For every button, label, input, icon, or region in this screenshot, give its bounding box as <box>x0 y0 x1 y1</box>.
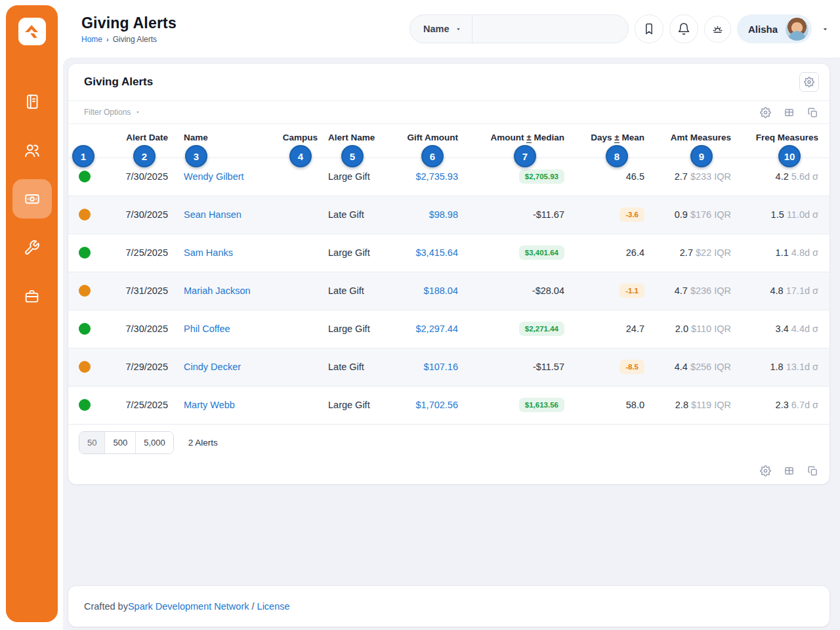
alert-date-cell: 7/31/2025 <box>100 272 173 310</box>
book-icon <box>24 93 41 110</box>
theme-toggle-button[interactable] <box>704 16 731 43</box>
notifications-button[interactable] <box>669 14 698 43</box>
search-filter-label: Name <box>423 24 450 34</box>
amount-vs-median-badge: $1,613.56 <box>519 398 564 412</box>
days-vs-mean-badge: -1.1 <box>620 284 644 298</box>
grid-toolbar-icons <box>760 107 818 118</box>
person-link[interactable]: Marty Webb <box>184 400 235 410</box>
footer-crafted-by: Crafted by <box>84 601 128 612</box>
freq-measures-cell: 1.5 11.0d σ <box>736 196 830 234</box>
amount-vs-median-cell: -$11.67 <box>463 196 570 234</box>
page-size-50-button[interactable]: 50 <box>79 432 105 453</box>
filter-options-toggle[interactable]: Filter Options <box>84 108 760 117</box>
table-row[interactable]: 7/31/2025 Mariah Jackson Late Gift $188.… <box>68 272 830 310</box>
page-size-500-button[interactable]: 500 <box>105 432 136 453</box>
days-vs-mean-cell: 26.4 <box>570 234 650 272</box>
amount-vs-median-badge: $2,271.44 <box>519 322 564 336</box>
status-dot <box>79 399 91 411</box>
person-link[interactable]: Sam Hanks <box>184 247 233 258</box>
alert-name-cell: Large Gift <box>323 386 402 424</box>
status-dot <box>79 323 91 335</box>
table-row[interactable]: 7/30/2025 Sean Hansen Late Gift $98.98 -… <box>68 196 830 234</box>
gift-amount-link[interactable]: $3,415.64 <box>415 247 458 258</box>
table-row[interactable]: 7/29/2025 Cindy Decker Late Gift $107.16… <box>68 348 830 386</box>
spark-development-network-link[interactable]: Spark Development Network <box>128 601 249 612</box>
gift-amount-link[interactable]: $188.04 <box>424 285 458 296</box>
table-row[interactable]: 7/25/2025 Marty Webb Large Gift $1,702.5… <box>68 386 830 424</box>
table-row[interactable]: 7/30/2025 Wendy Gilbert Large Gift $2,73… <box>68 158 830 196</box>
amt-measures-cell: 4.7 $236 IQR <box>650 272 736 310</box>
bookmark-button[interactable] <box>635 14 663 43</box>
status-dot <box>79 171 91 182</box>
panel-settings-button[interactable] <box>799 72 819 92</box>
avatar <box>785 17 809 41</box>
alert-name-cell: Large Gift <box>323 310 402 348</box>
sidebar-item-giving[interactable] <box>12 179 52 219</box>
callout-1: 1 <box>72 145 94 167</box>
sidebar-item-people[interactable] <box>12 131 52 170</box>
person-link[interactable]: Mariah Jackson <box>184 285 251 296</box>
page-size-5000-button[interactable]: 5,000 <box>136 432 173 453</box>
chevron-down-icon <box>135 109 141 116</box>
people-icon <box>23 142 41 159</box>
gift-amount-link[interactable]: $2,735.93 <box>415 171 458 182</box>
column-layout-button[interactable] <box>784 107 795 118</box>
copy-button[interactable] <box>807 107 818 118</box>
gift-amount-link[interactable]: $2,297.44 <box>415 324 458 334</box>
table-row[interactable]: 7/25/2025 Sam Hanks Large Gift $3,415.64… <box>68 234 830 272</box>
campus-cell <box>265 196 323 234</box>
callout-2: 2 <box>133 145 156 167</box>
footer-separator: / <box>249 601 257 612</box>
freq-measures-cell: 1.1 4.8d σ <box>736 234 830 272</box>
gift-amount-link[interactable]: $98.98 <box>429 209 458 220</box>
chevron-down-icon <box>455 26 462 33</box>
sidebar-item-work[interactable] <box>12 276 52 316</box>
gift-amount-link[interactable]: $1,702.56 <box>415 400 458 410</box>
alert-date-cell: 7/30/2025 <box>100 196 173 234</box>
pagination: 50 500 5,000 2 Alerts <box>79 431 818 454</box>
sidebar-item-directory[interactable] <box>12 82 52 121</box>
amount-vs-median-badge: $3,401.64 <box>519 245 564 260</box>
grid-footer-icons <box>79 454 818 476</box>
column-layout-button[interactable] <box>784 465 795 476</box>
user-menu[interactable]: Alisha <box>737 14 812 43</box>
grid-toolbar: Filter Options <box>68 100 830 124</box>
person-link[interactable]: Sean Hansen <box>184 209 242 220</box>
search-filter-dropdown[interactable]: Name <box>410 15 473 43</box>
grid-settings-button[interactable] <box>760 465 771 476</box>
callout-9: 9 <box>690 145 713 167</box>
sunrise-icon <box>711 23 724 35</box>
app-logo[interactable] <box>18 18 46 45</box>
table-row[interactable]: 7/30/2025 Phil Coffee Large Gift $2,297.… <box>68 310 830 348</box>
breadcrumb-home-link[interactable]: Home <box>81 35 102 44</box>
campus-cell <box>265 348 323 386</box>
alert-date-cell: 7/25/2025 <box>100 234 173 272</box>
alerts-table: Alert Date Name Campus Alert Name Gift A… <box>68 124 830 425</box>
sidebar-nav <box>12 82 52 316</box>
wrench-icon <box>24 240 40 256</box>
amount-vs-median-badge: $2,705.93 <box>519 169 564 184</box>
person-link[interactable]: Cindy Decker <box>184 362 241 372</box>
breadcrumb-current: Giving Alerts <box>113 35 157 44</box>
search-bar: Name <box>410 14 629 43</box>
amt-measures-cell: 4.4 $256 IQR <box>650 348 736 386</box>
person-link[interactable]: Phil Coffee <box>184 324 230 334</box>
sidebar-item-tools[interactable] <box>12 228 52 267</box>
license-link[interactable]: License <box>257 601 290 612</box>
callout-5: 5 <box>341 145 364 167</box>
briefcase-icon <box>24 288 40 304</box>
content-area: Giving Alerts Filter Options <box>63 58 840 630</box>
giving-alerts-panel: Giving Alerts Filter Options <box>68 64 830 484</box>
grid-settings-button[interactable] <box>760 107 771 118</box>
chevron-down-icon[interactable] <box>821 25 830 33</box>
person-link[interactable]: Wendy Gilbert <box>184 171 244 182</box>
gift-amount-link[interactable]: $107.16 <box>424 362 458 372</box>
gear-icon <box>760 465 771 476</box>
freq-measures-cell: 1.8 13.1d σ <box>736 348 830 386</box>
copy-button[interactable] <box>807 465 818 476</box>
search-input[interactable] <box>472 15 628 43</box>
page-footer: Crafted by Spark Development Network / L… <box>68 586 830 627</box>
user-name: Alisha <box>748 24 778 35</box>
sidebar <box>6 5 58 622</box>
alert-name-cell: Large Gift <box>323 234 402 272</box>
